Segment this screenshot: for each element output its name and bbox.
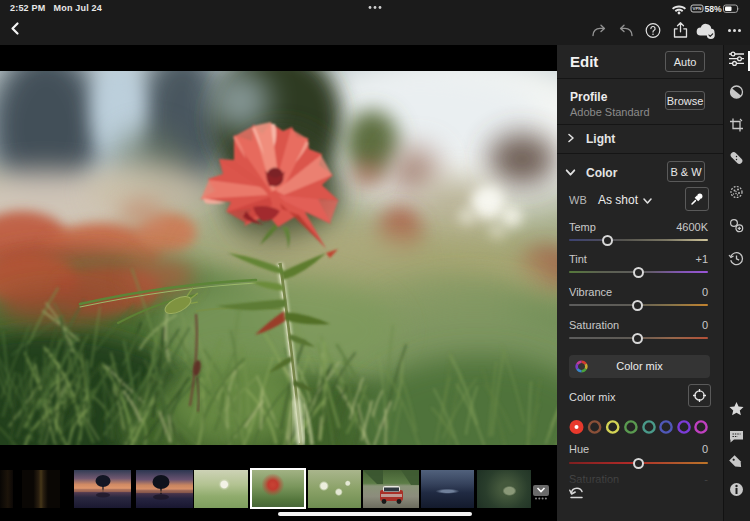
svg-text:58%: 58% [704,4,722,14]
svg-text:VPN: VPN [692,6,701,11]
